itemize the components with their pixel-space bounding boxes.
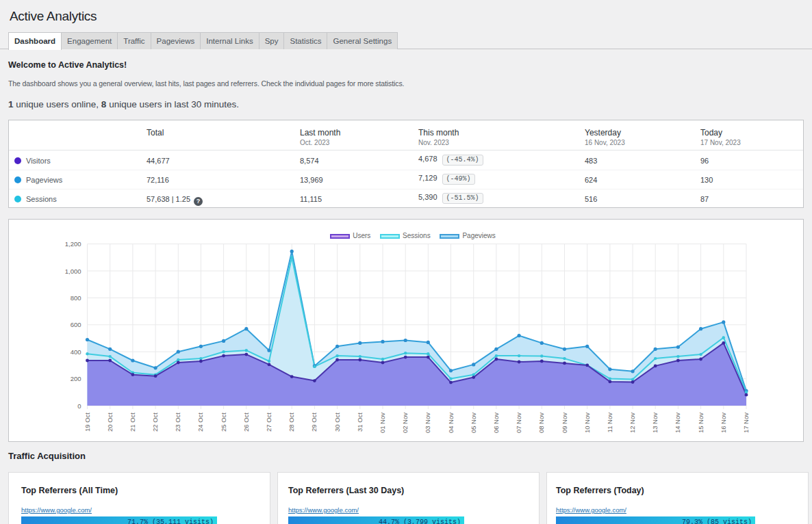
svg-text:20 Oct: 20 Oct [106,412,114,432]
svg-text:28 Oct: 28 Oct [288,412,295,432]
svg-text:19 Oct: 19 Oct [84,412,91,432]
svg-text:10 Nov: 10 Nov [583,412,591,433]
svg-text:400: 400 [71,348,81,356]
svg-text:04 Nov: 04 Nov [447,412,455,433]
svg-text:800: 800 [71,294,81,302]
svg-text:15 Nov: 15 Nov [697,412,705,433]
svg-text:17 Nov: 17 Nov [742,412,750,433]
svg-text:26 Oct: 26 Oct [242,412,250,432]
svg-text:24 Oct: 24 Oct [196,412,204,432]
svg-text:16 Nov: 16 Nov [720,412,727,433]
svg-text:200: 200 [71,375,81,382]
svg-text:600: 600 [71,321,81,328]
svg-text:09 Nov: 09 Nov [561,412,568,433]
svg-text:06 Nov: 06 Nov [492,412,500,433]
svg-text:25 Oct: 25 Oct [220,412,227,432]
svg-text:14 Nov: 14 Nov [674,412,681,433]
svg-text:05 Nov: 05 Nov [470,412,477,433]
svg-text:0: 0 [77,402,81,410]
svg-text:03 Nov: 03 Nov [424,412,431,433]
svg-text:01 Nov: 01 Nov [379,412,386,433]
svg-text:23 Oct: 23 Oct [174,412,181,432]
svg-text:02 Nov: 02 Nov [401,412,409,433]
svg-text:11 Nov: 11 Nov [606,412,613,433]
svg-text:21 Oct: 21 Oct [129,412,136,432]
svg-text:22 Oct: 22 Oct [151,412,159,432]
svg-text:31 Oct: 31 Oct [356,412,364,432]
svg-text:07 Nov: 07 Nov [515,412,522,433]
svg-text:27 Oct: 27 Oct [265,412,272,432]
svg-text:12 Nov: 12 Nov [629,412,636,433]
svg-text:29 Oct: 29 Oct [310,412,318,432]
svg-text:08 Nov: 08 Nov [537,412,545,433]
svg-text:30 Oct: 30 Oct [333,412,341,432]
svg-text:1,200: 1,200 [65,240,81,248]
svg-text:13 Nov: 13 Nov [651,412,659,433]
svg-text:1,000: 1,000 [65,267,81,275]
